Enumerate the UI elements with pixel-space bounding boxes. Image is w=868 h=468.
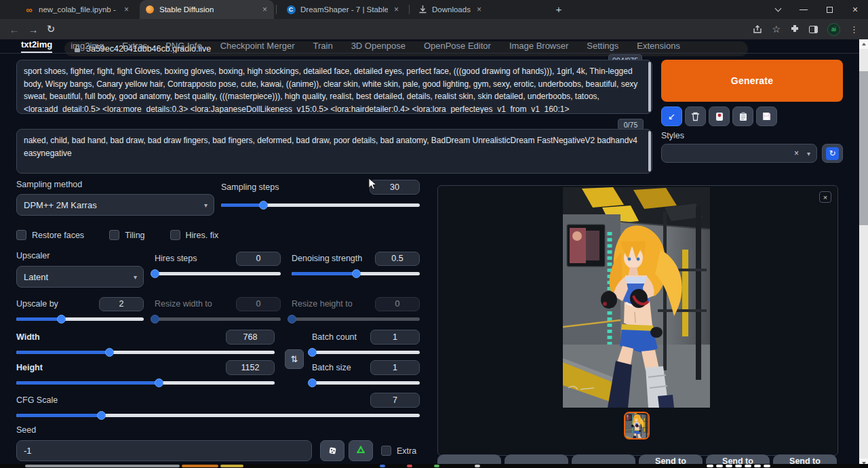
batch-size-slider[interactable] — [312, 381, 420, 385]
tab-search-chevron-icon[interactable] — [765, 0, 791, 19]
tiling-checkbox[interactable]: Tiling — [109, 230, 144, 240]
negative-prompt-scrollbar[interactable] — [648, 131, 651, 172]
prompt-scrollbar[interactable] — [648, 62, 651, 112]
tab-close-icon[interactable]: × — [123, 5, 130, 14]
close-window-button[interactable]: × — [842, 0, 868, 19]
hires-steps-input[interactable]: 0 — [236, 252, 281, 266]
browser-tab-dreamshaper[interactable]: C DreamShaper - 7 | Stable Diffusi × — [281, 0, 406, 19]
sampling-steps-input[interactable]: 30 — [370, 180, 420, 195]
sampling-method-dropdown[interactable]: DPM++ 2M Karras ▾ — [16, 194, 214, 216]
swap-width-height-button[interactable]: ⇅ — [285, 349, 304, 369]
reuse-seed-button[interactable] — [349, 440, 373, 461]
seed-input[interactable]: -1 — [16, 440, 312, 461]
styles-dropdown[interactable]: × ▾ — [661, 144, 817, 163]
batch-count-input[interactable]: 1 — [370, 330, 420, 345]
browser-tab-downloads[interactable]: Downloads × — [412, 0, 541, 19]
batch-count-slider[interactable] — [312, 351, 420, 354]
height-slider[interactable] — [16, 381, 275, 385]
tab-extras[interactable]: Extras — [122, 41, 147, 53]
tab-extensions[interactable]: Extensions — [637, 41, 680, 53]
resize-height-input[interactable]: 0 — [375, 297, 420, 311]
clear-prompt-button[interactable] — [685, 106, 706, 126]
minimize-button[interactable]: — — [791, 0, 816, 19]
restore-faces-checkbox[interactable]: Restore faces — [16, 230, 84, 240]
scroll-up-icon[interactable] — [859, 39, 868, 49]
width-input[interactable]: 768 — [226, 330, 275, 345]
tab-openpose-editor[interactable]: OpenPose Editor — [424, 41, 491, 53]
width-slider[interactable] — [16, 351, 275, 354]
save-style-button[interactable] — [756, 106, 777, 126]
checkbox-box[interactable] — [16, 230, 26, 240]
generate-button[interactable]: Generate — [661, 60, 843, 102]
sampling-steps-slider[interactable] — [221, 203, 420, 207]
checkbox-box[interactable] — [109, 230, 119, 240]
prompt-input[interactable]: sport shoes, fighter, fight, fight Glove… — [16, 60, 652, 114]
prompt-text: sport shoes, fighter, fight, fight Glove… — [24, 66, 637, 114]
taskbar-text-edge — [745, 465, 751, 467]
prompt-tools: ↙ — [661, 106, 777, 126]
gallery-thumbnail[interactable] — [624, 412, 650, 440]
tab-txt2img[interactable]: txt2img — [21, 39, 52, 53]
tab-image-browser[interactable]: Image Browser — [509, 41, 568, 53]
tab-settings[interactable]: Settings — [587, 41, 618, 53]
negative-prompt-text: naked, child, bad hand, bad draw, bad dr… — [24, 136, 637, 158]
batch-size-input[interactable]: 1 — [370, 360, 420, 375]
extra-networks-button[interactable] — [709, 106, 730, 126]
dice-icon — [328, 446, 338, 456]
app-nav-tabs: txt2img img2img Extras PNG Info Checkpoi… — [0, 39, 859, 54]
share-icon[interactable] — [753, 25, 762, 34]
upscale-by-slider[interactable] — [16, 317, 144, 321]
tab-close-icon[interactable]: × — [393, 5, 400, 14]
new-tab-button[interactable]: + — [551, 3, 567, 16]
hires-fix-checkbox[interactable]: Hires. fix — [170, 230, 219, 240]
resize-height-slider[interactable] — [292, 317, 420, 321]
resize-width-slider[interactable] — [155, 317, 281, 321]
clear-styles-icon[interactable]: × — [794, 149, 799, 158]
cfg-scale-input[interactable]: 7 — [370, 393, 420, 408]
paste-params-button[interactable]: ↙ — [661, 106, 682, 126]
side-panel-icon[interactable] — [809, 26, 818, 33]
upscaler-dropdown[interactable]: Latent ▾ — [16, 266, 144, 288]
tab-png-info[interactable]: PNG Info — [165, 41, 201, 53]
resize-width-input[interactable]: 0 — [236, 297, 281, 311]
extra-networks-card-icon — [715, 112, 724, 121]
tab-train[interactable]: Train — [313, 41, 333, 53]
close-preview-button[interactable]: × — [819, 191, 831, 203]
browser-tab-stable-diffusion[interactable]: Stable Diffusion × — [140, 0, 274, 19]
scrollbar-thumb[interactable] — [859, 71, 868, 225]
tab-img2img[interactable]: img2img — [71, 41, 104, 53]
extensions-puzzle-icon[interactable] — [790, 24, 800, 34]
cfg-scale-slider[interactable] — [16, 414, 420, 417]
negative-prompt-input[interactable]: naked, child, bad hand, bad draw, bad dr… — [16, 129, 652, 174]
browser-tab-colab[interactable]: ∞ new_colab_file.ipynb - Colaborat × — [19, 0, 136, 19]
hires-steps-slider[interactable] — [155, 272, 281, 275]
civitai-icon: C — [286, 5, 296, 14]
refresh-styles-button[interactable]: ↻ — [822, 144, 843, 163]
tab-close-icon[interactable]: × — [475, 5, 483, 14]
checkbox-box[interactable] — [170, 230, 180, 240]
tab-checkpoint-merger[interactable]: Checkpoint Merger — [220, 41, 295, 53]
maximize-button[interactable] — [816, 0, 842, 19]
denoising-strength-slider[interactable] — [292, 272, 420, 275]
height-input[interactable]: 1152 — [226, 360, 275, 375]
checkbox-box[interactable] — [381, 446, 391, 456]
extra-seed-checkbox[interactable]: Extra — [381, 446, 416, 456]
bookmark-star-icon[interactable]: ☆ — [772, 24, 781, 35]
back-icon[interactable]: ← — [7, 22, 22, 37]
denoising-strength-input[interactable]: 0.5 — [375, 252, 420, 266]
generated-image[interactable] — [563, 187, 710, 408]
upscale-by-input[interactable]: 2 — [99, 297, 144, 311]
styles-label: Styles — [661, 131, 684, 140]
page-scrollbar[interactable] — [859, 39, 868, 468]
browser-menu-kebab-icon[interactable]: ⋮ — [850, 24, 859, 35]
reload-icon[interactable]: ↻ — [43, 22, 58, 37]
profile-avatar[interactable]: ai — [827, 23, 840, 36]
random-seed-button[interactable] — [320, 440, 344, 461]
taskbar-text-edge — [726, 465, 732, 467]
forward-icon[interactable]: → — [26, 22, 41, 37]
tab-close-icon[interactable]: × — [261, 5, 269, 14]
apply-style-button[interactable] — [732, 106, 753, 126]
tab-separator — [276, 5, 277, 14]
upscale-by-label: Upscale by — [16, 299, 58, 309]
tab-3d-openpose[interactable]: 3D Openpose — [351, 41, 406, 53]
